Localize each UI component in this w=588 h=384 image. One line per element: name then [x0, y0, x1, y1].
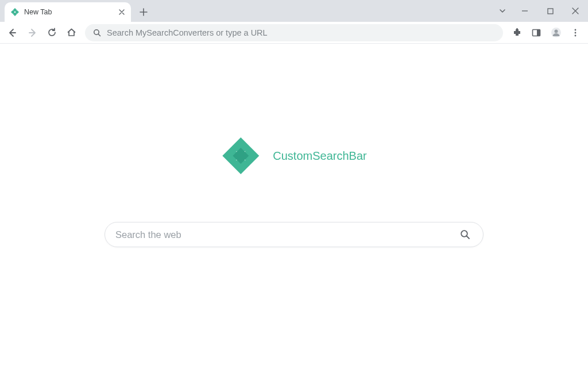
- window-controls: [493, 0, 588, 22]
- titlebar: New Tab: [0, 0, 588, 22]
- close-icon: [572, 7, 579, 14]
- tab-favicon-icon: [10, 7, 20, 17]
- page-content: CustomSearchBar: [0, 44, 588, 384]
- sidepanel-icon: [532, 28, 541, 37]
- minimize-icon: [521, 7, 528, 14]
- reload-icon: [47, 28, 57, 37]
- search-input[interactable]: [115, 229, 458, 240]
- search-icon: [460, 229, 470, 240]
- tabs-dropdown-button[interactable]: [493, 2, 512, 20]
- tab-close-button[interactable]: [117, 7, 126, 17]
- svg-rect-0: [548, 9, 553, 14]
- profile-button[interactable]: [547, 24, 565, 42]
- menu-button[interactable]: [566, 24, 585, 42]
- maximize-button[interactable]: [537, 2, 563, 20]
- minimize-button[interactable]: [512, 2, 537, 20]
- svg-rect-3: [537, 29, 540, 36]
- back-button[interactable]: [3, 24, 22, 42]
- browser-tab[interactable]: New Tab: [5, 2, 131, 22]
- chevron-down-icon: [499, 7, 506, 14]
- brand-name: CustomSearchBar: [273, 149, 366, 163]
- toolbar: Search MySearchConverters or type a URL: [0, 22, 588, 44]
- search-button[interactable]: [458, 227, 473, 242]
- search-bar[interactable]: [105, 222, 483, 247]
- window-close-button[interactable]: [563, 2, 588, 20]
- home-button[interactable]: [62, 24, 80, 42]
- forward-button[interactable]: [23, 24, 41, 42]
- svg-point-7: [575, 32, 577, 33]
- extensions-button[interactable]: [508, 24, 526, 42]
- reload-button[interactable]: [42, 24, 61, 42]
- tab-title: New Tab: [24, 8, 117, 16]
- extensions-icon: [512, 28, 522, 37]
- omnibox[interactable]: Search MySearchConverters or type a URL: [85, 24, 503, 41]
- back-icon: [7, 28, 18, 38]
- sidepanel-button[interactable]: [527, 24, 546, 42]
- svg-point-8: [575, 34, 577, 36]
- menu-icon: [571, 28, 580, 37]
- svg-point-6: [575, 29, 577, 30]
- maximize-icon: [547, 8, 554, 14]
- home-icon: [67, 28, 76, 37]
- brand-mark-icon: [221, 136, 260, 175]
- profile-icon: [551, 27, 562, 38]
- forward-icon: [27, 28, 37, 38]
- svg-point-5: [554, 30, 558, 33]
- close-icon: [119, 9, 125, 15]
- brand-logo: CustomSearchBar: [221, 136, 366, 175]
- search-icon: [93, 29, 101, 37]
- omnibox-placeholder: Search MySearchConverters or type a URL: [107, 28, 495, 37]
- plus-icon: [140, 8, 148, 16]
- new-tab-button[interactable]: [136, 4, 152, 20]
